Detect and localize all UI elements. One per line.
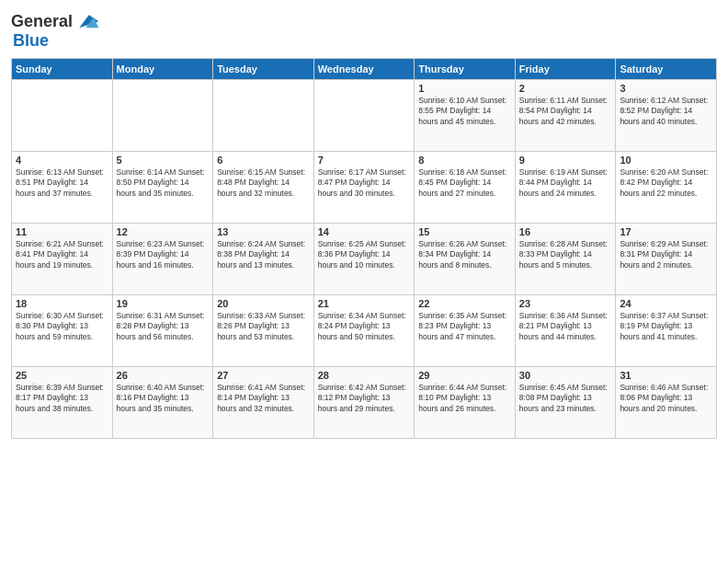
day-number: 10 <box>620 155 712 166</box>
calendar-cell: 25Sunrise: 6:39 AM Sunset: 8:17 PM Dayli… <box>12 367 113 439</box>
logo: General Blue <box>11 9 100 51</box>
day-number: 9 <box>519 155 612 166</box>
calendar-cell <box>213 80 314 152</box>
day-info: Sunrise: 6:17 AM Sunset: 8:47 PM Dayligh… <box>318 167 411 199</box>
calendar-cell: 23Sunrise: 6:36 AM Sunset: 8:21 PM Dayli… <box>515 295 616 367</box>
day-info: Sunrise: 6:19 AM Sunset: 8:44 PM Dayligh… <box>519 167 612 199</box>
page-header: General Blue <box>11 9 717 51</box>
day-number: 31 <box>620 370 712 381</box>
day-number: 6 <box>217 155 310 166</box>
calendar-week-5: 25Sunrise: 6:39 AM Sunset: 8:17 PM Dayli… <box>12 367 717 439</box>
day-number: 5 <box>117 155 210 166</box>
weekday-header-tuesday: Tuesday <box>213 59 314 80</box>
day-info: Sunrise: 6:33 AM Sunset: 8:26 PM Dayligh… <box>217 311 310 342</box>
page-container: General Blue SundayMondayTuesdayWednesda… <box>0 0 728 446</box>
weekday-header-thursday: Thursday <box>415 59 516 80</box>
day-info: Sunrise: 6:25 AM Sunset: 8:36 PM Dayligh… <box>318 239 411 270</box>
day-number: 11 <box>16 226 108 237</box>
day-number: 1 <box>418 83 511 94</box>
day-number: 17 <box>620 226 712 237</box>
calendar-cell: 2Sunrise: 6:11 AM Sunset: 8:54 PM Daylig… <box>515 80 616 152</box>
weekday-header-saturday: Saturday <box>616 59 717 80</box>
day-number: 16 <box>519 226 612 237</box>
day-info: Sunrise: 6:18 AM Sunset: 8:45 PM Dayligh… <box>418 167 511 199</box>
day-info: Sunrise: 6:36 AM Sunset: 8:21 PM Dayligh… <box>519 311 612 342</box>
calendar-cell: 10Sunrise: 6:20 AM Sunset: 8:42 PM Dayli… <box>616 152 717 224</box>
calendar-cell: 31Sunrise: 6:46 AM Sunset: 8:06 PM Dayli… <box>616 367 717 439</box>
day-number: 27 <box>217 370 310 381</box>
day-number: 30 <box>519 370 612 381</box>
day-number: 8 <box>418 155 511 166</box>
day-number: 7 <box>318 155 411 166</box>
day-info: Sunrise: 6:37 AM Sunset: 8:19 PM Dayligh… <box>620 311 712 342</box>
calendar-cell: 14Sunrise: 6:25 AM Sunset: 8:36 PM Dayli… <box>313 224 415 295</box>
calendar-header-row: SundayMondayTuesdayWednesdayThursdayFrid… <box>12 59 717 80</box>
day-info: Sunrise: 6:24 AM Sunset: 8:38 PM Dayligh… <box>217 239 310 270</box>
calendar-cell: 21Sunrise: 6:34 AM Sunset: 8:24 PM Dayli… <box>313 295 415 367</box>
weekday-header-wednesday: Wednesday <box>313 59 415 80</box>
calendar-cell: 5Sunrise: 6:14 AM Sunset: 8:50 PM Daylig… <box>112 152 213 224</box>
day-number: 29 <box>418 370 511 381</box>
calendar-cell <box>12 80 113 152</box>
calendar-cell: 19Sunrise: 6:31 AM Sunset: 8:28 PM Dayli… <box>112 295 213 367</box>
calendar-cell: 12Sunrise: 6:23 AM Sunset: 8:39 PM Dayli… <box>112 224 213 295</box>
weekday-header-monday: Monday <box>112 59 213 80</box>
day-info: Sunrise: 6:28 AM Sunset: 8:33 PM Dayligh… <box>519 239 612 270</box>
calendar-cell: 9Sunrise: 6:19 AM Sunset: 8:44 PM Daylig… <box>515 152 616 224</box>
day-number: 14 <box>318 226 411 237</box>
day-info: Sunrise: 6:41 AM Sunset: 8:14 PM Dayligh… <box>217 383 310 414</box>
day-info: Sunrise: 6:30 AM Sunset: 8:30 PM Dayligh… <box>16 311 108 342</box>
calendar-cell: 24Sunrise: 6:37 AM Sunset: 8:19 PM Dayli… <box>616 295 717 367</box>
calendar-week-2: 4Sunrise: 6:13 AM Sunset: 8:51 PM Daylig… <box>12 152 717 224</box>
day-number: 3 <box>620 83 712 94</box>
calendar-week-3: 11Sunrise: 6:21 AM Sunset: 8:41 PM Dayli… <box>12 224 717 295</box>
day-info: Sunrise: 6:20 AM Sunset: 8:42 PM Dayligh… <box>620 167 712 199</box>
day-info: Sunrise: 6:40 AM Sunset: 8:16 PM Dayligh… <box>117 383 210 414</box>
day-info: Sunrise: 6:46 AM Sunset: 8:06 PM Dayligh… <box>620 383 712 414</box>
day-info: Sunrise: 6:14 AM Sunset: 8:50 PM Dayligh… <box>117 167 210 199</box>
calendar-cell <box>112 80 213 152</box>
day-number: 20 <box>217 298 310 309</box>
weekday-header-sunday: Sunday <box>12 59 113 80</box>
day-info: Sunrise: 6:26 AM Sunset: 8:34 PM Dayligh… <box>418 239 511 270</box>
day-number: 4 <box>16 155 108 166</box>
day-number: 12 <box>117 226 210 237</box>
day-info: Sunrise: 6:12 AM Sunset: 8:52 PM Dayligh… <box>620 96 712 127</box>
calendar-cell: 1Sunrise: 6:10 AM Sunset: 8:55 PM Daylig… <box>415 80 516 152</box>
calendar-cell: 13Sunrise: 6:24 AM Sunset: 8:38 PM Dayli… <box>213 224 314 295</box>
calendar-week-1: 1Sunrise: 6:10 AM Sunset: 8:55 PM Daylig… <box>12 80 717 152</box>
calendar-cell: 26Sunrise: 6:40 AM Sunset: 8:16 PM Dayli… <box>112 367 213 439</box>
day-info: Sunrise: 6:13 AM Sunset: 8:51 PM Dayligh… <box>16 167 108 199</box>
day-info: Sunrise: 6:42 AM Sunset: 8:12 PM Dayligh… <box>318 383 411 414</box>
day-info: Sunrise: 6:31 AM Sunset: 8:28 PM Dayligh… <box>117 311 210 342</box>
calendar-cell: 20Sunrise: 6:33 AM Sunset: 8:26 PM Dayli… <box>213 295 314 367</box>
day-info: Sunrise: 6:44 AM Sunset: 8:10 PM Dayligh… <box>418 383 511 414</box>
logo-icon <box>74 9 100 35</box>
day-number: 25 <box>16 370 108 381</box>
calendar-cell: 17Sunrise: 6:29 AM Sunset: 8:31 PM Dayli… <box>616 224 717 295</box>
calendar-cell: 22Sunrise: 6:35 AM Sunset: 8:23 PM Dayli… <box>415 295 516 367</box>
calendar-cell: 18Sunrise: 6:30 AM Sunset: 8:30 PM Dayli… <box>12 295 113 367</box>
day-info: Sunrise: 6:35 AM Sunset: 8:23 PM Dayligh… <box>418 311 511 342</box>
day-number: 24 <box>620 298 712 309</box>
day-number: 21 <box>318 298 411 309</box>
day-info: Sunrise: 6:23 AM Sunset: 8:39 PM Dayligh… <box>117 239 210 270</box>
day-info: Sunrise: 6:34 AM Sunset: 8:24 PM Dayligh… <box>318 311 411 342</box>
calendar-cell: 29Sunrise: 6:44 AM Sunset: 8:10 PM Dayli… <box>415 367 516 439</box>
day-number: 13 <box>217 226 310 237</box>
calendar-cell <box>313 80 415 152</box>
day-info: Sunrise: 6:10 AM Sunset: 8:55 PM Dayligh… <box>418 96 511 127</box>
day-number: 2 <box>519 83 612 94</box>
calendar-cell: 4Sunrise: 6:13 AM Sunset: 8:51 PM Daylig… <box>12 152 113 224</box>
calendar-cell: 30Sunrise: 6:45 AM Sunset: 8:08 PM Dayli… <box>515 367 616 439</box>
calendar-cell: 8Sunrise: 6:18 AM Sunset: 8:45 PM Daylig… <box>415 152 516 224</box>
calendar-cell: 15Sunrise: 6:26 AM Sunset: 8:34 PM Dayli… <box>415 224 516 295</box>
weekday-header-friday: Friday <box>515 59 616 80</box>
day-number: 28 <box>318 370 411 381</box>
calendar-cell: 28Sunrise: 6:42 AM Sunset: 8:12 PM Dayli… <box>313 367 415 439</box>
day-info: Sunrise: 6:11 AM Sunset: 8:54 PM Dayligh… <box>519 96 612 127</box>
day-number: 15 <box>418 226 511 237</box>
calendar-cell: 27Sunrise: 6:41 AM Sunset: 8:14 PM Dayli… <box>213 367 314 439</box>
calendar-table: SundayMondayTuesdayWednesdayThursdayFrid… <box>11 58 717 439</box>
calendar-cell: 11Sunrise: 6:21 AM Sunset: 8:41 PM Dayli… <box>12 224 113 295</box>
